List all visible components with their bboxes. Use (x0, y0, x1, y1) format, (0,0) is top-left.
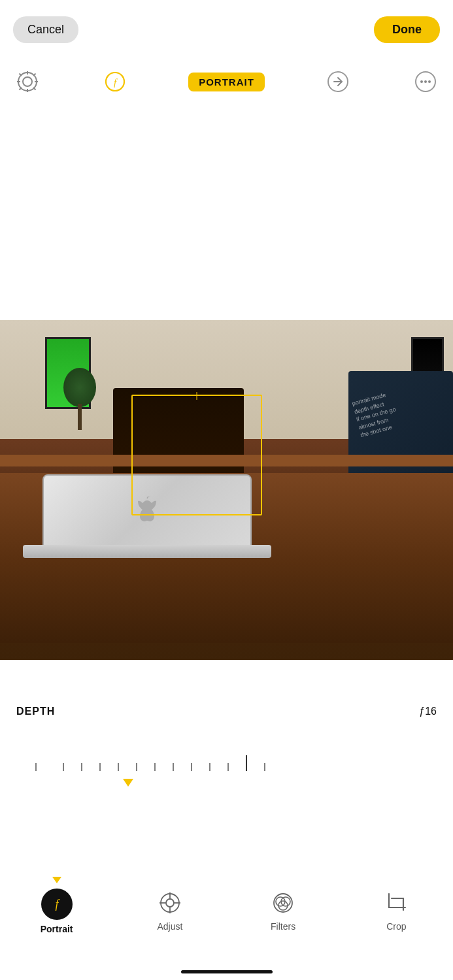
svg-point-12 (420, 80, 423, 83)
toolbar-item-portrait[interactable]: f Portrait (24, 889, 90, 934)
arrow-icon (327, 71, 348, 92)
depth-value: ƒ16 (419, 706, 437, 717)
slider-track[interactable] (16, 745, 437, 771)
slider-ticks (16, 745, 435, 771)
svg-line-8 (33, 74, 36, 76)
bottom-toolbar: f Portrait Adjust (0, 882, 453, 954)
svg-point-14 (428, 80, 431, 83)
chair-text: portrait modedepth effectif one on the g… (351, 376, 450, 440)
svg-line-7 (33, 88, 36, 90)
icon-bar: f PORTRAIT (0, 59, 453, 105)
home-indicator (181, 970, 273, 973)
spacer-above-photo (0, 105, 453, 320)
focus-rectangle (131, 395, 262, 515)
active-indicator-dot (52, 877, 61, 883)
svg-point-30 (166, 899, 174, 907)
photo-area: portrait modedepth effectif one on the g… (0, 320, 453, 660)
portrait-icon: f (41, 889, 73, 920)
slider-pointer (123, 779, 133, 787)
svg-line-6 (20, 74, 22, 76)
svg-text:f: f (55, 898, 60, 911)
crop-label: Crop (386, 921, 406, 932)
hexagon-icon (16, 70, 39, 93)
ellipsis-icon (415, 71, 436, 92)
plant (63, 371, 96, 430)
portrait-icon-container: f (41, 889, 73, 920)
more-icon-button[interactable] (411, 67, 440, 96)
adjust-icon (156, 889, 184, 917)
svg-point-13 (424, 80, 427, 83)
cancel-button[interactable]: Cancel (13, 16, 78, 43)
filters-tool-icon (271, 890, 295, 915)
filters-icon (269, 889, 297, 917)
depth-section: DEPTH ƒ16 (0, 706, 453, 717)
crop-icon (382, 889, 411, 917)
svg-point-1 (23, 77, 32, 86)
svg-line-9 (20, 88, 22, 90)
slider-section[interactable] (0, 738, 453, 777)
aperture-icon: f (103, 70, 127, 93)
adjust-label: Adjust (157, 921, 182, 932)
toolbar-item-adjust[interactable]: Adjust (137, 889, 203, 932)
navigation-icon-button[interactable] (324, 67, 352, 96)
svg-point-35 (274, 894, 292, 912)
portrait-label: Portrait (41, 924, 73, 934)
portrait-tool-icon: f (48, 895, 66, 913)
toolbar-item-crop[interactable]: Crop (363, 889, 429, 932)
done-button[interactable]: Done (374, 16, 440, 43)
svg-text:f: f (114, 77, 118, 88)
filters-label: Filters (271, 921, 295, 932)
adjust-tool-icon (158, 890, 182, 915)
laptop-body (23, 545, 271, 558)
depth-label: DEPTH (16, 706, 55, 717)
aperture-icon-button[interactable]: f (101, 67, 129, 96)
crop-tool-icon (384, 890, 409, 915)
top-bar: Cancel Done (0, 0, 453, 59)
toolbar-item-filters[interactable]: Filters (250, 889, 316, 932)
portrait-badge[interactable]: PORTRAIT (188, 73, 265, 91)
settings-icon-button[interactable] (13, 67, 42, 96)
